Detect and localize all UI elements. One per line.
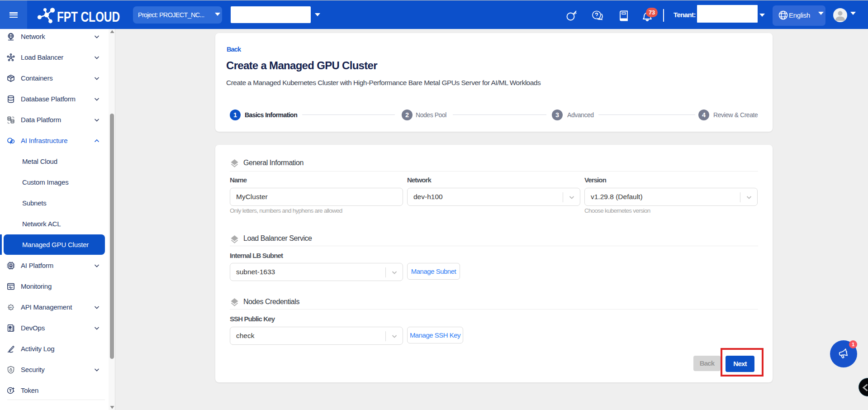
svg-text:API: API [9, 306, 12, 309]
svg-text:AI: AI [10, 265, 12, 267]
svg-text:FPT CLOUD: FPT CLOUD [57, 9, 120, 25]
